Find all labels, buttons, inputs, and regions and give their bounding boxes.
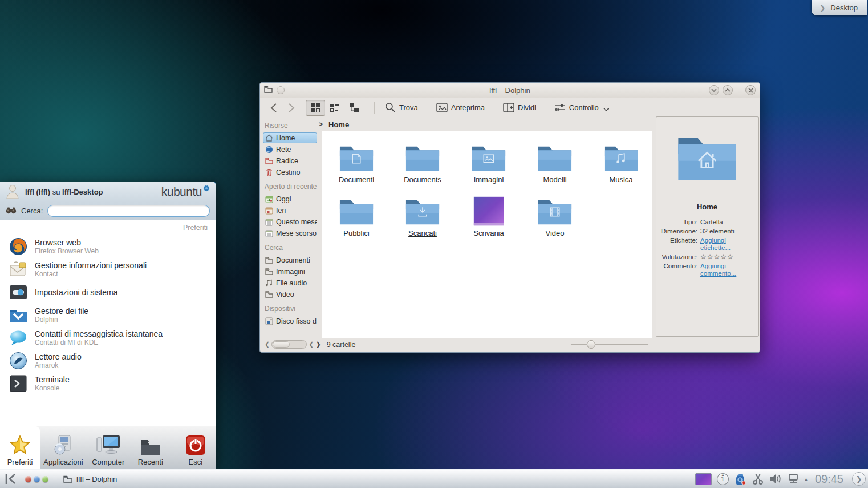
red-dot-icon[interactable] — [25, 476, 31, 482]
tab-recent[interactable]: Recenti — [130, 426, 171, 469]
kickoff-search-row: Cerca: — [0, 201, 216, 220]
forward-button[interactable] — [284, 100, 299, 115]
zoom-slider-handle[interactable] — [587, 340, 595, 349]
place-today[interactable]: Oggi — [263, 193, 317, 204]
place-this-month[interactable]: Questo mese — [263, 216, 317, 227]
home-folder-large-icon — [656, 131, 758, 183]
blue-dot-icon[interactable] — [34, 476, 40, 482]
software-updates-icon[interactable] — [734, 473, 747, 485]
toolbar-separator — [374, 102, 375, 114]
kickoff-header: lffl (lffl) su lffl-Desktop kubuntu — [0, 182, 216, 201]
app-item-amarok[interactable]: Lettore audioAmarok — [0, 349, 216, 372]
app-item-firefox[interactable]: Browser webFirefox Browser Web — [0, 235, 216, 258]
split-button[interactable]: Dividi — [500, 101, 540, 114]
place-harddisk[interactable]: Disco fisso da — [263, 316, 317, 326]
folder-icon — [537, 143, 573, 172]
places-scrollbar[interactable] — [271, 340, 307, 349]
split-icon — [503, 103, 514, 112]
place-search-video[interactable]: Video — [263, 289, 317, 300]
tab-leave[interactable]: Esci — [176, 426, 216, 469]
place-last-month[interactable]: Mese scorso — [263, 228, 317, 239]
app-item-kontact[interactable]: Gestione informazioni personaliKontact — [0, 258, 216, 281]
notifications-icon[interactable]: ▴ 1 — [717, 473, 729, 485]
icons-view-button[interactable] — [306, 100, 325, 116]
folder-item[interactable]: Documenti — [323, 137, 390, 191]
details-view-button[interactable] — [344, 100, 364, 116]
preview-button[interactable]: Anteprima — [433, 101, 488, 114]
find-button[interactable]: Trova — [382, 100, 421, 115]
rating-stars[interactable]: ☆☆☆☆☆ — [700, 253, 734, 261]
panel-toolbox-button[interactable]: ❯ — [852, 472, 866, 486]
folder-item-hovered[interactable]: Scaricati — [390, 191, 456, 244]
place-root[interactable]: Radice — [263, 155, 317, 166]
folder-icon-document — [339, 143, 374, 172]
user-name: lffl (lffl) — [25, 188, 50, 196]
tab-applications[interactable]: Applicazioni — [40, 426, 87, 469]
app-launcher-button[interactable] — [2, 471, 19, 487]
add-tags-link[interactable]: Aggiungi etichette... — [700, 237, 755, 252]
breadcrumb-current[interactable]: Home — [328, 120, 349, 129]
control-button[interactable]: Controllo — [551, 101, 613, 114]
app-title: Lettore audio — [35, 352, 82, 361]
sliders-icon — [554, 103, 566, 112]
search-input[interactable] — [47, 205, 210, 217]
desktop-preview-icon — [471, 196, 506, 226]
taskbar-task-dolphin[interactable]: lffl – Dolphin — [58, 473, 123, 485]
folder-item[interactable]: Video — [522, 191, 588, 244]
place-trash[interactable]: Cestino — [263, 167, 317, 178]
zoom-slider[interactable] — [571, 339, 648, 350]
tab-label: Preferiti — [7, 458, 33, 466]
tab-computer[interactable]: Computer — [87, 426, 130, 469]
scroll-left2-icon[interactable]: ❮ — [309, 341, 314, 348]
folder-item[interactable]: Pubblici — [323, 191, 390, 244]
back-button[interactable] — [266, 100, 281, 115]
clipboard-scissors-icon[interactable] — [752, 473, 764, 485]
scroll-right-icon[interactable]: ❯ — [315, 341, 321, 348]
keep-above-button[interactable] — [277, 86, 285, 94]
kickoff-tab-bar: Preferiti Applicazioni Computer Recenti — [0, 426, 216, 469]
volume-icon[interactable] — [769, 473, 782, 485]
place-yesterday[interactable]: Ieri — [263, 205, 317, 216]
dolphin-titlebar[interactable]: lffl – Dolphin — [260, 83, 760, 98]
desktop-toolbox[interactable]: ❯ Desktop — [812, 0, 867, 15]
place-home[interactable]: Home — [263, 132, 317, 143]
minimize-button[interactable] — [709, 85, 719, 95]
maximize-button[interactable] — [723, 85, 733, 95]
compact-view-button[interactable] — [325, 100, 344, 116]
network-icon[interactable] — [787, 473, 800, 485]
folder-item[interactable]: Immagini — [456, 137, 522, 191]
app-title: Gestore dei file — [35, 306, 88, 316]
app-item-konsole[interactable]: TerminaleKonsole — [0, 372, 216, 395]
scroll-left-icon[interactable]: ❮ — [265, 341, 270, 348]
close-button[interactable] — [745, 85, 756, 95]
app-item-systemsettings[interactable]: Impostazioni di sistema — [0, 281, 216, 304]
folder-item[interactable]: Modelli — [522, 137, 588, 191]
app-item-ktp-contacts[interactable]: Contatti di messaggistica istantaneaCont… — [0, 326, 216, 349]
toolbox-label: Desktop — [830, 3, 858, 12]
place-search-documents[interactable]: Documenti — [263, 255, 317, 265]
activity-dots[interactable] — [25, 476, 48, 482]
place-search-images[interactable]: Immagini — [263, 266, 317, 277]
place-search-audio[interactable]: File audio — [263, 277, 317, 288]
tray-expand-icon[interactable]: ▴ — [805, 476, 808, 482]
preview-icon — [436, 103, 448, 112]
folder-icon-music — [603, 143, 639, 172]
green-dot-icon[interactable] — [42, 476, 48, 482]
system-tray: ▴ 1 ▴ 09:45 ❯ — [695, 472, 866, 486]
folder-item[interactable]: Documents — [390, 137, 456, 191]
clock[interactable]: 09:45 — [815, 473, 843, 486]
folder-item[interactable]: Scrivania — [456, 191, 522, 244]
breadcrumb[interactable]: > Home — [319, 118, 349, 131]
tab-favorites[interactable]: Preferiti — [0, 426, 40, 469]
folder-view[interactable]: Documenti Documents — [322, 131, 652, 338]
harddisk-icon — [265, 317, 273, 325]
desktop-pager[interactable] — [695, 473, 712, 485]
place-network[interactable]: Rete — [263, 144, 317, 155]
add-comment-link[interactable]: Aggiungi commento... — [700, 263, 747, 277]
folder-item[interactable]: Musica — [588, 137, 654, 191]
app-item-dolphin[interactable]: Gestore dei fileDolphin — [0, 304, 216, 326]
breadcrumb-chevron-icon[interactable]: > — [319, 120, 323, 128]
info-size-value: 32 elementi — [700, 228, 734, 235]
window-menu-folder-icon[interactable] — [264, 85, 273, 95]
user-avatar — [6, 184, 19, 200]
